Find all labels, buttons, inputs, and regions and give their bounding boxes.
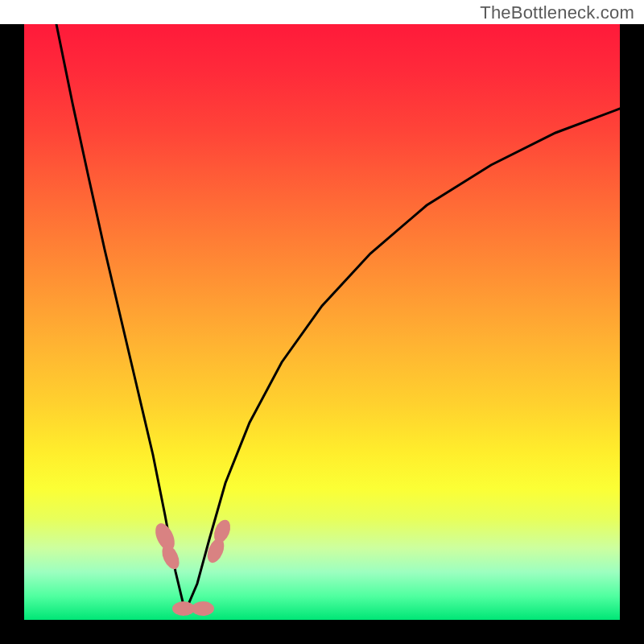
bottom-blob-left <box>172 601 195 616</box>
bottom-border <box>0 620 644 644</box>
outer-frame: TheBottleneck.com <box>0 0 644 644</box>
chart-svg <box>24 24 620 620</box>
bottleneck-curve <box>56 24 620 612</box>
right-border <box>620 24 644 644</box>
left-border <box>0 24 24 644</box>
top-bar: TheBottleneck.com <box>0 0 644 24</box>
curve-markers <box>151 518 233 616</box>
bottom-blob-right <box>192 601 214 616</box>
plot-area <box>24 24 620 620</box>
watermark-text: TheBottleneck.com <box>480 2 634 23</box>
